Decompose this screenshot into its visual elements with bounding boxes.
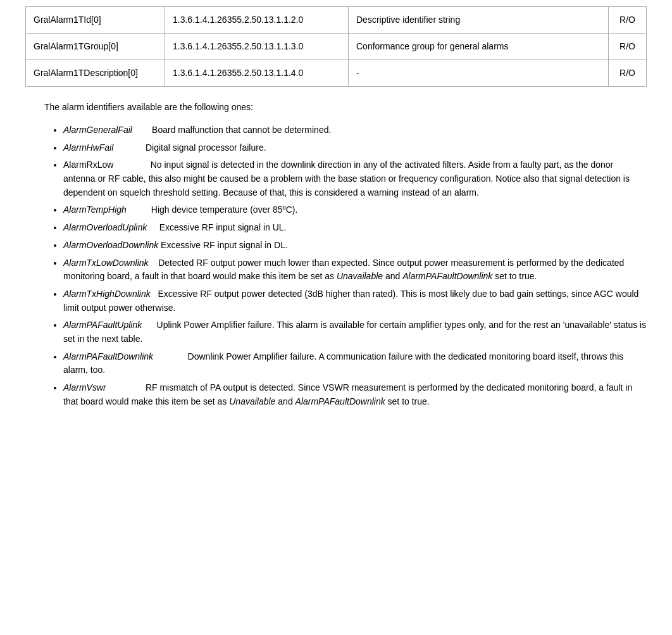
- row-1-description: Descriptive identifier string: [349, 7, 609, 34]
- alarm-description: Uplink Power Amplifier failure. This ala…: [63, 320, 646, 344]
- row-2-description: Conformance group for general alarms: [349, 34, 609, 60]
- alarm-description: Digital signal processor failure.: [146, 142, 266, 153]
- table-row: GralAlarm1TDescription[0] 1.3.6.1.4.1.26…: [26, 60, 647, 87]
- list-item: AlarmOverloadUplink Excessive RF input s…: [63, 221, 647, 235]
- row-2-oid: 1.3.6.1.4.1.26355.2.50.13.1.1.3.0: [165, 34, 349, 60]
- list-item: AlarmVswr RF mismatch of PA output is de…: [63, 381, 647, 408]
- row-1-name: GralAlarm1TId[0]: [26, 7, 165, 34]
- page-wrapper: GralAlarm1TId[0] 1.3.6.1.4.1.26355.2.50.…: [0, 0, 672, 431]
- list-item: AlarmHwFail Digital signal processor fai…: [63, 141, 647, 155]
- intro-text: The alarm identifiers available are the …: [44, 102, 647, 112]
- alarm-name: AlarmGeneralFail: [63, 125, 132, 135]
- alarm-table: GralAlarm1TId[0] 1.3.6.1.4.1.26355.2.50.…: [25, 6, 647, 87]
- alarm-description: RF mismatch of PA output is detected. Si…: [63, 382, 632, 406]
- alarm-name: AlarmOverloadUplink: [63, 222, 147, 232]
- row-3-name: GralAlarm1TDescription[0]: [26, 60, 165, 87]
- alarm-name: AlarmHwFail: [63, 142, 113, 153]
- list-item: AlarmTxLowDownlink Detected RF output po…: [63, 256, 647, 284]
- alarm-name: AlarmPAFaultDownlink: [63, 351, 153, 362]
- alarm-description: Excessive RF input signal in UL.: [159, 222, 287, 232]
- list-item: AlarmGeneralFail Board malfunction that …: [63, 123, 647, 137]
- row-3-description: -: [349, 60, 609, 87]
- alarm-name: AlarmTxLowDownlink: [63, 258, 149, 268]
- alarm-name: AlarmTxHighDownlink: [63, 289, 151, 299]
- alarm-description: Excessive RF input signal in DL.: [161, 240, 288, 250]
- list-item: AlarmTxHighDownlink Excessive RF output …: [63, 287, 647, 315]
- row-2-access: R/O: [609, 34, 647, 60]
- row-1-access: R/O: [609, 7, 647, 34]
- table-row: GralAlarm1TId[0] 1.3.6.1.4.1.26355.2.50.…: [26, 7, 647, 34]
- row-1-oid: 1.3.6.1.4.1.26355.2.50.13.1.1.2.0: [165, 7, 349, 34]
- alarm-name: AlarmTempHigh: [63, 204, 127, 215]
- row-3-oid: 1.3.6.1.4.1.26355.2.50.13.1.1.4.0: [165, 60, 349, 87]
- list-item: AlarmPAFaultUplink Uplink Power Amplifie…: [63, 318, 647, 346]
- alarm-name: AlarmPAFaultUplink: [63, 320, 142, 330]
- list-item: AlarmOverloadDownlink Excessive RF input…: [63, 239, 647, 253]
- table-row: GralAlarm1TGroup[0] 1.3.6.1.4.1.26355.2.…: [26, 34, 647, 60]
- alarm-description: Board malfunction that cannot be determi…: [152, 125, 331, 135]
- list-item: AlarmRxLow No input signal is detected i…: [63, 158, 647, 199]
- list-item: AlarmPAFaultDownlink Downlink Power Ampl…: [63, 350, 647, 377]
- alarm-name: AlarmVswr: [63, 382, 106, 393]
- row-2-name: GralAlarm1TGroup[0]: [26, 34, 165, 60]
- row-3-access: R/O: [609, 60, 647, 87]
- alarm-name: AlarmOverloadDownlink: [63, 240, 158, 250]
- alarm-description: No input signal is detected in the downl…: [63, 160, 630, 197]
- list-item: AlarmTempHigh High device temperature (o…: [63, 203, 647, 217]
- alarm-list: AlarmGeneralFail Board malfunction that …: [63, 123, 647, 408]
- alarm-name: AlarmRxLow: [63, 160, 113, 170]
- alarm-description: High device temperature (over 85ºC).: [151, 204, 298, 215]
